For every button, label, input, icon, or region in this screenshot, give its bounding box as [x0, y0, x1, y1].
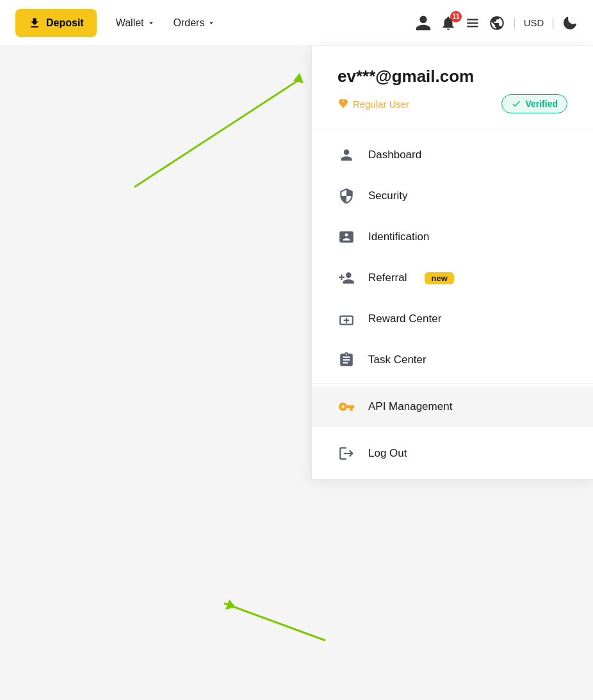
menu-item-task-center[interactable]: Task Center — [312, 339, 593, 380]
reward-center-label: Reward Center — [368, 313, 441, 325]
notification-badge: 11 — [450, 11, 462, 22]
deposit-label: Deposit — [46, 17, 84, 29]
user-type: Regular User — [337, 98, 409, 110]
orders-nav[interactable]: Orders — [167, 12, 223, 34]
notifications-button[interactable]: 11 — [440, 15, 457, 31]
svg-marker-3 — [225, 599, 236, 610]
referral-icon — [337, 269, 355, 287]
orders-label: Orders — [174, 17, 205, 29]
wallet-nav[interactable]: Wallet — [110, 12, 162, 34]
wallet-chevron-icon — [147, 19, 156, 28]
orders-chevron-icon — [207, 19, 216, 28]
currency-label[interactable]: USD — [524, 17, 544, 28]
dropdown-panel: ev***@gmail.com Regular User Verified — [311, 46, 593, 480]
verified-badge: Verified — [501, 94, 567, 113]
diamond-icon — [337, 98, 349, 110]
dark-mode-button[interactable] — [562, 15, 578, 31]
deposit-icon — [28, 17, 41, 29]
divider-2: | — [551, 16, 555, 29]
wallet-label: Wallet — [116, 17, 144, 29]
header-right: 11 | USD | — [414, 14, 578, 32]
menu-item-referral[interactable]: Referral new — [312, 257, 593, 298]
menu-separator — [312, 383, 593, 384]
log-out-label: Log Out — [368, 447, 407, 460]
menu-item-security[interactable]: Security — [312, 175, 593, 216]
language-button[interactable] — [489, 15, 505, 31]
menu-items: Dashboard Security Identification — [312, 129, 593, 479]
api-management-label: API Management — [368, 400, 452, 413]
security-label: Security — [368, 190, 407, 202]
task-icon — [337, 351, 355, 369]
menu-item-log-out[interactable]: Log Out — [312, 433, 593, 474]
user-type-label: Regular User — [353, 99, 409, 110]
reward-icon — [337, 310, 355, 328]
menu-item-identification[interactable]: Identification — [312, 216, 593, 257]
menu-item-reward-center[interactable]: Reward Center — [312, 298, 593, 339]
task-center-label: Task Center — [368, 354, 426, 366]
svg-marker-1 — [293, 73, 304, 83]
user-email: ev***@gmail.com — [337, 67, 567, 86]
moon-icon — [562, 15, 578, 31]
verified-check-icon — [511, 99, 521, 109]
transfer-icon — [464, 15, 481, 31]
referral-new-badge: new — [425, 272, 453, 284]
user-info: ev***@gmail.com Regular User Verified — [312, 46, 593, 129]
header: Deposit Wallet Orders 11 — [0, 0, 593, 46]
identification-label: Identification — [368, 231, 429, 243]
main-content: ev***@gmail.com Regular User Verified — [0, 46, 593, 700]
user-avatar-icon — [414, 14, 432, 32]
dashboard-label: Dashboard — [368, 149, 421, 161]
divider-1: | — [513, 16, 516, 29]
logout-icon — [337, 444, 355, 462]
referral-label: Referral — [368, 272, 407, 284]
api-icon — [337, 398, 355, 416]
dashboard-icon — [337, 146, 355, 164]
svg-line-2 — [224, 603, 325, 640]
menu-separator-2 — [312, 430, 593, 430]
deposit-button[interactable]: Deposit — [15, 9, 97, 37]
menu-item-dashboard[interactable]: Dashboard — [312, 134, 593, 175]
security-icon — [337, 187, 355, 205]
verified-label: Verified — [525, 99, 558, 109]
transfer-button[interactable] — [464, 15, 481, 31]
svg-line-0 — [134, 79, 300, 187]
globe-icon — [489, 15, 505, 31]
user-badges: Regular User Verified — [337, 94, 567, 113]
user-avatar-button[interactable] — [414, 14, 432, 32]
identification-icon — [337, 228, 355, 246]
menu-item-api-management[interactable]: API Management — [312, 386, 593, 427]
nav-links: Wallet Orders — [110, 12, 223, 34]
